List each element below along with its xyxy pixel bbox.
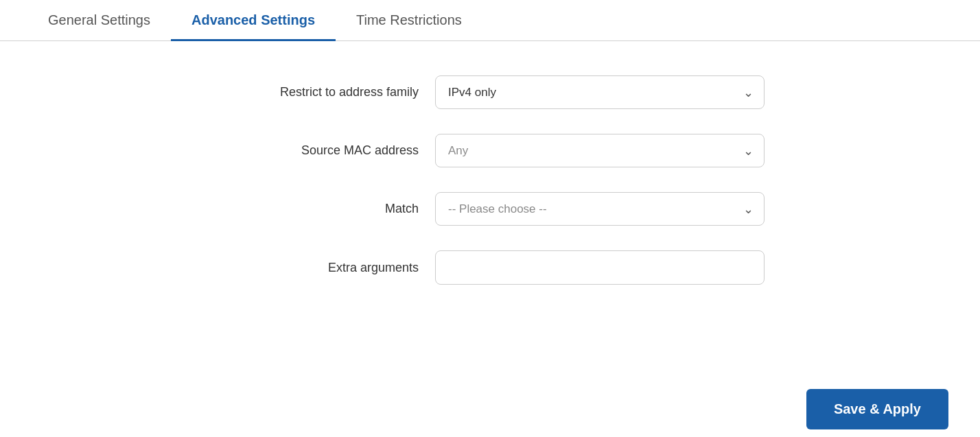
control-extra-arguments xyxy=(435,250,765,285)
select-wrapper-match: -- Please choose -- ⌄ xyxy=(435,192,765,226)
field-row-address-family: Restrict to address family IPv4 only IPv… xyxy=(27,75,953,109)
select-match[interactable]: -- Please choose -- xyxy=(435,192,765,226)
label-source-mac: Source MAC address xyxy=(215,143,435,158)
field-row-source-mac: Source MAC address Any ⌄ xyxy=(27,134,953,167)
input-extra-arguments[interactable] xyxy=(435,250,765,285)
field-row-match: Match -- Please choose -- ⌄ xyxy=(27,192,953,226)
label-address-family: Restrict to address family xyxy=(215,85,435,99)
select-wrapper-address-family: IPv4 only IPv6 only Any ⌄ xyxy=(435,75,765,109)
form-content: Restrict to address family IPv4 only IPv… xyxy=(0,41,980,337)
tab-time-restrictions[interactable]: Time Restrictions xyxy=(336,0,482,41)
select-source-mac[interactable]: Any xyxy=(435,134,765,167)
save-apply-button[interactable]: Save & Apply xyxy=(806,389,948,429)
control-source-mac: Any ⌄ xyxy=(435,134,765,167)
select-address-family[interactable]: IPv4 only IPv6 only Any xyxy=(435,75,765,109)
tab-advanced-settings[interactable]: Advanced Settings xyxy=(171,0,336,41)
field-row-extra-arguments: Extra arguments xyxy=(27,250,953,285)
control-address-family: IPv4 only IPv6 only Any ⌄ xyxy=(435,75,765,109)
label-match: Match xyxy=(215,202,435,216)
label-extra-arguments: Extra arguments xyxy=(215,261,435,275)
select-wrapper-source-mac: Any ⌄ xyxy=(435,134,765,167)
tabs-bar: General Settings Advanced Settings Time … xyxy=(0,0,980,41)
tab-general-settings[interactable]: General Settings xyxy=(27,0,171,41)
control-match: -- Please choose -- ⌄ xyxy=(435,192,765,226)
